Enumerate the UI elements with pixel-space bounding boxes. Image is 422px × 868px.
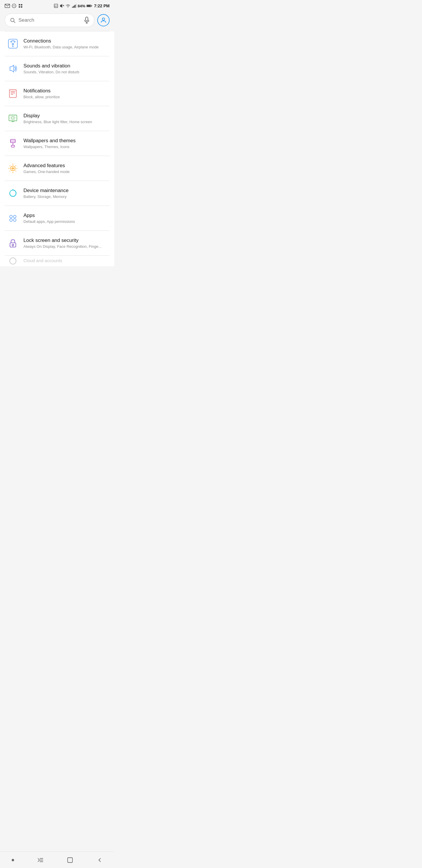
wallpapers-text: Wallpapers and themes Wallpapers, Themes… <box>24 138 108 149</box>
settings-item-sounds[interactable]: Sounds and vibration Sounds, Vibration, … <box>0 56 114 81</box>
svg-rect-35 <box>10 90 11 91</box>
svg-line-47 <box>11 116 11 116</box>
search-bar[interactable] <box>5 13 94 27</box>
svg-point-62 <box>13 219 16 221</box>
apps-text: Apps Default apps, App permissions <box>24 213 108 224</box>
settings-item-wallpapers[interactable]: Wallpapers and themes Wallpapers, Themes… <box>0 131 114 156</box>
settings-items-container: Connections Wi-Fi, Bluetooth, Data usage… <box>0 31 114 266</box>
svg-rect-12 <box>72 7 73 8</box>
svg-rect-3 <box>19 4 20 6</box>
settings-item-display[interactable]: Display Brightness, Blue light filter, H… <box>0 106 114 131</box>
recents-button[interactable] <box>31 854 50 866</box>
maintenance-icon <box>6 186 20 200</box>
wallpapers-title: Wallpapers and themes <box>24 138 108 144</box>
advanced-text: Advanced features Games, One-handed mode <box>24 163 108 174</box>
maintenance-title: Device maintenance <box>24 188 108 193</box>
overview-icon <box>67 857 73 863</box>
search-icon <box>10 17 15 23</box>
svg-rect-36 <box>12 90 13 91</box>
svg-rect-18 <box>91 6 92 6</box>
settings-item-lockscreen[interactable]: Lock screen and security Always On Displ… <box>0 231 114 255</box>
display-subtitle: Brightness, Blue light filter, Home scre… <box>24 120 108 124</box>
sync-icon <box>12 3 17 8</box>
svg-rect-5 <box>19 6 20 8</box>
svg-line-45 <box>11 120 11 120</box>
svg-marker-9 <box>60 4 62 8</box>
profile-icon <box>100 17 107 24</box>
partial-text: Cloud and accounts <box>24 258 108 264</box>
svg-point-59 <box>10 215 12 218</box>
advanced-icon <box>6 161 20 175</box>
svg-rect-53 <box>10 140 15 142</box>
svg-rect-13 <box>73 6 73 8</box>
mute-icon <box>60 3 64 8</box>
home-dot-icon <box>12 859 14 861</box>
lockscreen-icon <box>6 236 20 250</box>
svg-text:NFC: NFC <box>55 6 58 7</box>
search-input[interactable] <box>19 17 81 23</box>
wallpapers-icon <box>6 136 20 150</box>
svg-rect-14 <box>74 5 74 8</box>
back-icon <box>96 857 103 863</box>
back-button[interactable] <box>91 854 109 866</box>
svg-point-25 <box>102 18 105 20</box>
svg-rect-16 <box>76 4 76 8</box>
maintenance-subtitle: Battery, Storage, Memory <box>24 194 108 199</box>
wallpapers-subtitle: Wallpapers, Themes, Icons <box>24 145 108 149</box>
maintenance-text: Device maintenance Battery, Storage, Mem… <box>24 188 108 199</box>
settings-list: Connections Wi-Fi, Bluetooth, Data usage… <box>0 31 114 284</box>
notifications-subtitle: Block, allow, prioritize <box>24 95 108 99</box>
sounds-icon <box>6 62 20 76</box>
settings-item-partial[interactable]: Cloud and accounts <box>0 256 114 266</box>
apps-icon <box>6 211 20 225</box>
svg-marker-30 <box>10 65 14 72</box>
svg-rect-22 <box>86 17 88 21</box>
svg-line-46 <box>14 120 15 120</box>
svg-rect-52 <box>11 145 15 147</box>
settings-item-apps[interactable]: Apps Default apps, App permissions <box>0 206 114 230</box>
partial-icon <box>6 256 20 266</box>
display-icon <box>6 112 20 125</box>
grid-icon <box>18 3 23 8</box>
notifications-title: Notifications <box>24 88 108 94</box>
connections-subtitle: Wi-Fi, Bluetooth, Data usage, Airplane m… <box>24 45 108 49</box>
display-text: Display Brightness, Blue light filter, H… <box>24 113 108 124</box>
home-dot-button[interactable] <box>6 856 20 864</box>
profile-button[interactable] <box>97 14 109 26</box>
recents-icon <box>37 857 44 863</box>
search-container <box>0 10 114 31</box>
battery-text: 84% <box>78 4 85 8</box>
svg-rect-70 <box>67 858 72 862</box>
sounds-subtitle: Sounds, Vibration, Do not disturb <box>24 70 108 74</box>
settings-item-connections[interactable]: Connections Wi-Fi, Bluetooth, Data usage… <box>0 31 114 56</box>
settings-item-advanced[interactable]: Advanced features Games, One-handed mode <box>0 156 114 181</box>
svg-rect-37 <box>14 90 16 91</box>
mic-icon[interactable] <box>84 17 89 24</box>
wifi-icon <box>65 4 71 8</box>
connections-title: Connections <box>24 38 108 44</box>
nfc-icon: NFC <box>54 3 58 8</box>
svg-point-39 <box>11 117 14 119</box>
time-display: 7:22 PM <box>94 3 109 8</box>
svg-rect-6 <box>21 6 22 8</box>
status-left-icons <box>5 3 23 8</box>
mail-icon <box>5 4 10 8</box>
advanced-subtitle: Games, One-handed mode <box>24 169 108 174</box>
connections-icon <box>6 37 20 51</box>
apps-title: Apps <box>24 213 108 218</box>
sounds-title: Sounds and vibration <box>24 63 108 69</box>
advanced-title: Advanced features <box>24 163 108 168</box>
settings-item-notifications[interactable]: Notifications Block, allow, prioritize <box>0 81 114 106</box>
svg-rect-4 <box>21 4 22 6</box>
lockscreen-title: Lock screen and security <box>24 238 108 243</box>
status-right-icons: NFC 84% 7:22 PM <box>54 3 109 8</box>
settings-item-maintenance[interactable]: Device maintenance Battery, Storage, Mem… <box>0 181 114 206</box>
svg-line-44 <box>14 116 15 116</box>
svg-point-64 <box>12 244 13 246</box>
signal-icon <box>72 4 76 8</box>
svg-marker-58 <box>12 189 14 191</box>
overview-button[interactable] <box>61 854 79 866</box>
connections-text: Connections Wi-Fi, Bluetooth, Data usage… <box>24 38 108 49</box>
svg-point-27 <box>12 43 13 44</box>
battery-icon <box>87 4 92 8</box>
